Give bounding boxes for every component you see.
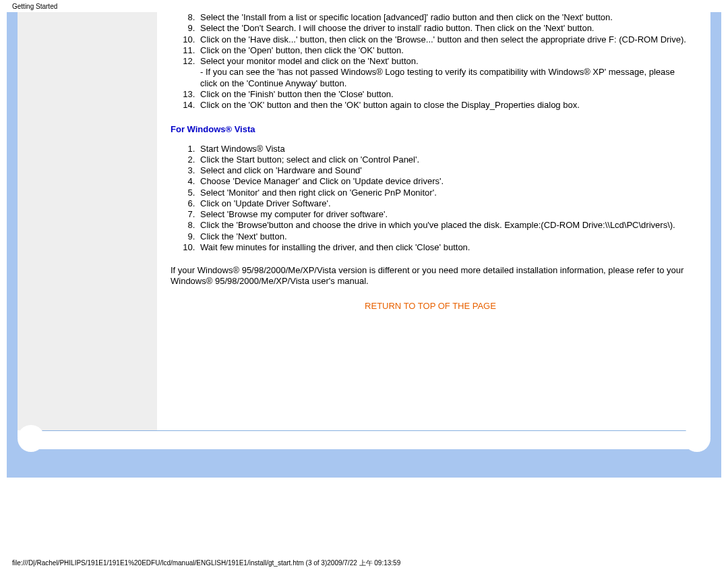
footer-path: file:///D|/Rachel/PHILIPS/191E1/191E1%20…: [0, 478, 728, 568]
instruction-item: Start Windows® Vista: [198, 144, 690, 154]
instruction-item: Select 'Monitor' and then right click on…: [198, 188, 690, 198]
sidebar: [18, 12, 157, 430]
instruction-item: Select and click on 'Hardware and Sound': [198, 165, 690, 176]
instruction-list-xp: Select the 'Install from a list or speci…: [171, 12, 690, 111]
outer-frame: Select the 'Install from a list or speci…: [7, 12, 721, 478]
vista-heading: For Windows® Vista: [171, 124, 690, 135]
instruction-item: Click on the 'Have disk...' button, then…: [198, 34, 690, 45]
instruction-item: Select your monitor model and click on t…: [198, 56, 690, 89]
main-content: Select the 'Install from a list or speci…: [157, 12, 710, 449]
instruction-item: Click on the 'Open' button, then click t…: [198, 45, 690, 56]
rounded-corner-right: [696, 437, 710, 452]
instruction-item: Click on 'Update Driver Software'.: [198, 198, 690, 209]
instruction-item: Choose 'Device Manager' and Click on 'Up…: [198, 176, 690, 187]
divider-line: [25, 430, 703, 431]
instruction-item: Click on the 'Finish' button then the 'C…: [198, 89, 690, 100]
instruction-item: Click the 'Next' button.: [198, 231, 690, 242]
instruction-list-vista: Start Windows® VistaClick the Start butt…: [171, 144, 690, 254]
instruction-item: Select 'Browse my computer for driver so…: [198, 209, 690, 220]
instruction-item: Select the 'Install from a list or speci…: [198, 12, 690, 23]
instruction-item: Click the 'Browse'button and choose the …: [198, 220, 690, 231]
page-title: Getting Started: [12, 3, 57, 10]
instruction-item: Wait few minutes for installing the driv…: [198, 242, 690, 253]
instruction-item: Select the 'Don't Search. I will choose …: [198, 23, 690, 34]
rounded-corner-left: [18, 437, 32, 452]
return-to-top-link[interactable]: RETURN TO TOP OF THE PAGE: [171, 301, 690, 312]
page-header: Getting Started: [0, 0, 728, 12]
note-paragraph: If your Windows® 95/98/2000/Me/XP/Vista …: [171, 265, 690, 287]
instruction-item: Click the Start button; select and click…: [198, 154, 690, 165]
content-panel: Select the 'Install from a list or speci…: [18, 12, 710, 449]
return-to-top-label: RETURN TO TOP OF THE PAGE: [365, 301, 496, 311]
instruction-item: Click on the 'OK' button and then the 'O…: [198, 100, 690, 111]
